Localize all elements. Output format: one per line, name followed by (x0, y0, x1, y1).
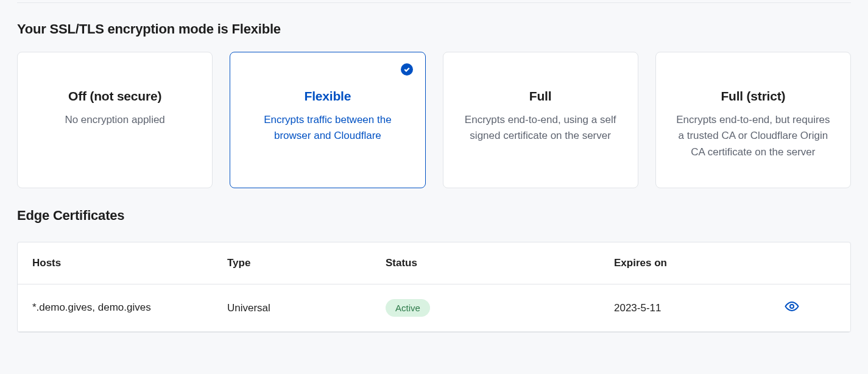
mode-desc: Encrypts end-to-end, but requires a trus… (673, 112, 833, 160)
col-header-type: Type (227, 257, 386, 269)
mode-title: Full (strict) (673, 89, 833, 104)
mode-title: Full (460, 89, 621, 104)
cell-hosts: *.demo.gives, demo.gives (32, 300, 227, 316)
ssl-mode-heading: Your SSL/TLS encryption mode is Flexible (17, 21, 851, 37)
status-badge: Active (386, 299, 430, 317)
ssl-mode-full[interactable]: Full Encrypts end-to-end, using a self s… (443, 52, 638, 188)
check-icon (401, 63, 413, 76)
top-divider (17, 2, 851, 3)
svg-point-0 (790, 305, 794, 308)
mode-desc: No encryption applied (35, 112, 195, 128)
ssl-mode-flexible[interactable]: Flexible Encrypts traffic between the br… (230, 52, 425, 188)
eye-icon[interactable] (785, 299, 799, 314)
mode-desc: Encrypts end-to-end, using a self signed… (460, 112, 621, 144)
cell-type: Universal (227, 302, 386, 314)
col-header-hosts: Hosts (32, 257, 227, 269)
table-header: Hosts Type Status Expires on (18, 242, 850, 284)
edge-certificates-heading: Edge Certificates (17, 208, 851, 224)
cell-expires: 2023-5-11 (614, 302, 778, 314)
cell-status: Active (386, 299, 614, 317)
ssl-mode-full-strict[interactable]: Full (strict) Encrypts end-to-end, but r… (655, 52, 851, 188)
ssl-mode-off[interactable]: Off (not secure) No encryption applied (17, 52, 213, 188)
col-header-status: Status (386, 257, 614, 269)
mode-title: Off (not secure) (35, 89, 195, 104)
mode-title: Flexible (247, 89, 408, 104)
edge-certificates-table: Hosts Type Status Expires on *.demo.give… (17, 242, 851, 333)
table-row: *.demo.gives, demo.gives Universal Activ… (18, 284, 850, 332)
col-header-expires: Expires on (614, 257, 778, 269)
ssl-mode-options: Off (not secure) No encryption applied F… (17, 52, 851, 188)
mode-desc: Encrypts traffic between the browser and… (247, 112, 408, 144)
